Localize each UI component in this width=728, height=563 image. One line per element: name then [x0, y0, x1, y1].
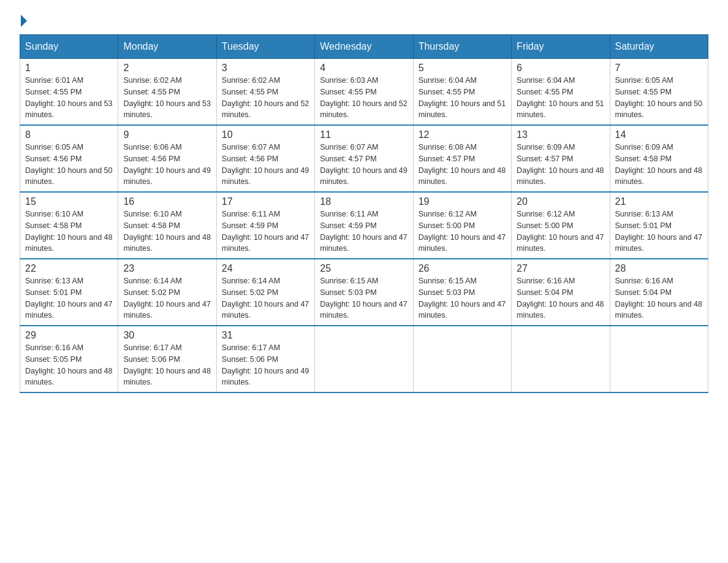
day-info: Sunrise: 6:14 AM Sunset: 5:02 PM Dayligh…	[123, 275, 211, 321]
sunset-value: 4:57 PM	[447, 155, 476, 163]
day-number: 15	[25, 196, 113, 207]
day-number: 8	[25, 129, 113, 140]
daylight-label: Daylight: 10 hours and 49 minutes.	[123, 166, 210, 186]
day-info: Sunrise: 6:05 AM Sunset: 4:55 PM Dayligh…	[615, 75, 703, 121]
daylight-label: Daylight: 10 hours and 53 minutes.	[25, 99, 112, 120]
day-info: Sunrise: 6:13 AM Sunset: 5:01 PM Dayligh…	[25, 275, 113, 321]
sunrise-label: Sunrise:	[517, 143, 547, 151]
daylight-label: Daylight: 10 hours and 48 minutes.	[517, 166, 604, 186]
sunset-value: 4:55 PM	[348, 88, 377, 96]
day-info: Sunrise: 6:07 AM Sunset: 4:57 PM Dayligh…	[320, 142, 408, 188]
day-number: 6	[517, 63, 604, 74]
calendar-cell: 21 Sunrise: 6:13 AM Sunset: 5:01 PM Dayl…	[610, 192, 708, 259]
day-number: 24	[222, 263, 309, 274]
sunset-label: Sunset:	[123, 155, 151, 163]
sunset-value: 5:00 PM	[447, 221, 476, 230]
calendar-cell: 22 Sunrise: 6:13 AM Sunset: 5:01 PM Dayl…	[20, 259, 118, 326]
sunset-value: 5:01 PM	[53, 288, 82, 297]
day-number: 22	[25, 263, 113, 274]
day-number: 29	[25, 330, 113, 341]
calendar-cell: 27 Sunrise: 6:16 AM Sunset: 5:04 PM Dayl…	[512, 259, 610, 326]
logo	[20, 15, 27, 27]
daylight-label: Daylight: 10 hours and 48 minutes.	[615, 166, 702, 186]
sunset-value: 4:55 PM	[151, 88, 180, 96]
daylight-label: Daylight: 10 hours and 51 minutes.	[419, 99, 506, 120]
sunrise-label: Sunrise:	[419, 76, 449, 85]
day-info: Sunrise: 6:08 AM Sunset: 4:57 PM Dayligh…	[419, 142, 506, 188]
sunrise-label: Sunrise:	[615, 210, 645, 218]
sunrise-label: Sunrise:	[222, 210, 252, 218]
sunrise-value: 6:14 AM	[154, 277, 182, 285]
sunrise-value: 6:07 AM	[252, 143, 280, 151]
sunrise-label: Sunrise:	[25, 210, 55, 218]
weekday-header-wednesday: Wednesday	[315, 35, 413, 59]
day-info: Sunrise: 6:01 AM Sunset: 4:55 PM Dayligh…	[25, 75, 113, 121]
day-info: Sunrise: 6:04 AM Sunset: 4:55 PM Dayligh…	[517, 75, 604, 121]
calendar-cell: 11 Sunrise: 6:07 AM Sunset: 4:57 PM Dayl…	[315, 125, 413, 192]
day-info: Sunrise: 6:17 AM Sunset: 5:06 PM Dayligh…	[222, 342, 309, 388]
logo-triangle-icon	[21, 15, 27, 27]
sunset-value: 4:57 PM	[545, 155, 574, 163]
day-info: Sunrise: 6:11 AM Sunset: 4:59 PM Dayligh…	[222, 209, 309, 255]
day-number: 18	[320, 196, 408, 207]
sunset-label: Sunset:	[615, 288, 643, 297]
sunset-label: Sunset:	[320, 88, 348, 96]
sunrise-value: 6:12 AM	[547, 210, 575, 218]
sunset-label: Sunset:	[419, 288, 447, 297]
calendar-cell: 1 Sunrise: 6:01 AM Sunset: 4:55 PM Dayli…	[20, 59, 118, 126]
day-number: 27	[517, 263, 604, 274]
day-number: 11	[320, 129, 408, 140]
daylight-label: Daylight: 10 hours and 47 minutes.	[419, 300, 506, 320]
calendar-cell: 23 Sunrise: 6:14 AM Sunset: 5:02 PM Dayl…	[118, 259, 216, 326]
day-number: 10	[222, 129, 309, 140]
sunset-value: 5:05 PM	[53, 355, 82, 364]
sunset-value: 5:04 PM	[643, 288, 672, 297]
sunrise-label: Sunrise:	[25, 277, 55, 285]
calendar-cell: 28 Sunrise: 6:16 AM Sunset: 5:04 PM Dayl…	[610, 259, 708, 326]
sunset-label: Sunset:	[222, 355, 250, 364]
daylight-label: Daylight: 10 hours and 48 minutes.	[123, 233, 210, 253]
calendar-cell: 5 Sunrise: 6:04 AM Sunset: 4:55 PM Dayli…	[413, 59, 511, 126]
sunset-label: Sunset:	[419, 88, 447, 96]
daylight-label: Daylight: 10 hours and 49 minutes.	[320, 166, 407, 186]
day-number: 12	[419, 129, 506, 140]
calendar-cell: 8 Sunrise: 6:05 AM Sunset: 4:56 PM Dayli…	[20, 125, 118, 192]
sunset-value: 5:03 PM	[348, 288, 377, 297]
sunrise-label: Sunrise:	[419, 143, 449, 151]
day-number: 30	[123, 330, 211, 341]
day-number: 19	[419, 196, 506, 207]
day-number: 3	[222, 63, 309, 74]
calendar-cell	[413, 326, 511, 393]
daylight-label: Daylight: 10 hours and 53 minutes.	[123, 99, 210, 120]
sunrise-label: Sunrise:	[320, 76, 350, 85]
day-number: 16	[123, 196, 211, 207]
calendar-cell: 12 Sunrise: 6:08 AM Sunset: 4:57 PM Dayl…	[413, 125, 511, 192]
calendar-cell: 6 Sunrise: 6:04 AM Sunset: 4:55 PM Dayli…	[512, 59, 610, 126]
day-number: 1	[25, 63, 113, 74]
sunrise-label: Sunrise:	[320, 210, 350, 218]
day-info: Sunrise: 6:06 AM Sunset: 4:56 PM Dayligh…	[123, 142, 211, 188]
sunset-value: 4:56 PM	[53, 155, 82, 163]
daylight-label: Daylight: 10 hours and 48 minutes.	[123, 367, 210, 387]
day-info: Sunrise: 6:02 AM Sunset: 4:55 PM Dayligh…	[222, 75, 309, 121]
sunrise-value: 6:10 AM	[154, 210, 182, 218]
sunset-label: Sunset:	[123, 221, 151, 230]
day-info: Sunrise: 6:09 AM Sunset: 4:58 PM Dayligh…	[615, 142, 703, 188]
sunset-value: 5:02 PM	[151, 288, 180, 297]
sunset-value: 4:59 PM	[250, 221, 279, 230]
sunrise-label: Sunrise:	[222, 277, 252, 285]
day-info: Sunrise: 6:07 AM Sunset: 4:56 PM Dayligh…	[222, 142, 309, 188]
day-info: Sunrise: 6:16 AM Sunset: 5:05 PM Dayligh…	[25, 342, 113, 388]
weekday-header-monday: Monday	[118, 35, 216, 59]
page-header	[20, 15, 708, 27]
sunset-value: 5:02 PM	[250, 288, 279, 297]
day-number: 13	[517, 129, 604, 140]
sunset-value: 4:55 PM	[545, 88, 574, 96]
calendar-week-row: 8 Sunrise: 6:05 AM Sunset: 4:56 PM Dayli…	[20, 125, 708, 192]
sunset-label: Sunset:	[25, 288, 53, 297]
daylight-label: Daylight: 10 hours and 52 minutes.	[222, 99, 309, 120]
sunrise-value: 6:02 AM	[154, 76, 182, 85]
calendar-cell: 2 Sunrise: 6:02 AM Sunset: 4:55 PM Dayli…	[118, 59, 216, 126]
day-info: Sunrise: 6:09 AM Sunset: 4:57 PM Dayligh…	[517, 142, 604, 188]
sunset-value: 4:55 PM	[250, 88, 279, 96]
